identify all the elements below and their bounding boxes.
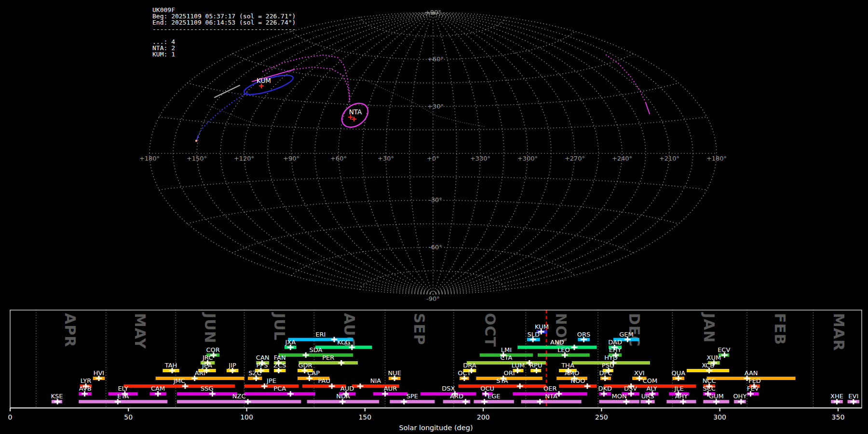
shower-label-AHY: AHY [675, 393, 688, 400]
x-tick-label: 100 [240, 413, 253, 421]
meridian-line [433, 13, 551, 294]
shower-bar-EGE [474, 400, 514, 403]
lat-label: +30° [427, 103, 444, 110]
meridian-line [220, 13, 433, 294]
nta-path-a-dotted [294, 67, 350, 102]
shower-label-DPC: DPC [599, 369, 612, 377]
lon-label: +240° [612, 155, 632, 162]
lon-label: +180° [139, 155, 160, 162]
shower-label-JPE: JPE [266, 377, 276, 384]
meridian-line [433, 13, 646, 294]
parallel-line [159, 117, 707, 130]
nta-path-b-dotted [263, 55, 350, 101]
meridian-line [433, 13, 598, 294]
shower-label-NZC: NZC [232, 393, 246, 400]
x-tick-label: 250 [595, 413, 608, 421]
shower-label-JRC: JRC [202, 354, 213, 361]
shower-label-EGE: EGE [488, 393, 501, 400]
ecliptic-a [207, 105, 257, 124]
shower-label-AUR: AUR [384, 385, 397, 392]
shower-label-XHE: XHE [830, 393, 843, 400]
shower-label-AVB: AVB [79, 385, 92, 392]
shower-bar-PAU [302, 384, 346, 388]
x-axis-title: Solar longitude (deg) [399, 424, 473, 432]
shower-peak-PER [338, 360, 344, 366]
shower-label-ARD: ARD [450, 393, 463, 400]
activity-timeline: APRMAYJUNJULAUGSEPOCTNOVDECJANFEBMARKUME… [0, 309, 868, 434]
radiant-label-NTA: NTA [349, 108, 362, 116]
shower-label-ERI: ERI [315, 331, 326, 338]
meridian-line [409, 13, 433, 294]
x-tick-label: 0 [8, 413, 13, 421]
shower-peak-NIA [357, 383, 364, 389]
shower-label-LEO: LEO [557, 346, 570, 353]
shower-label-KUM: KUM [535, 323, 549, 330]
shower-label-PPS: PPS [256, 362, 268, 369]
east-meteor [646, 103, 650, 114]
month-label-DEC: DEC [626, 313, 643, 347]
shower-label-AAN: AAN [745, 369, 758, 377]
shower-label-FAN: FAN [274, 354, 286, 361]
shower-label-XVI: XVI [634, 369, 645, 377]
lat-label: -30° [429, 196, 442, 203]
kum-meteor-tip [195, 140, 197, 142]
lon-label: +210° [659, 155, 679, 162]
lon-label: +90° [283, 155, 299, 162]
shower-label-NOO: NOO [570, 377, 585, 384]
shower-peak-ERI [331, 337, 338, 342]
grid-labels: +180°+150°+120°+90°+60°+30°+0°+330°+300°… [139, 9, 727, 302]
shower-peak-AND [571, 345, 577, 350]
shower-label-ORI: ORI [504, 369, 515, 377]
shower-label-GUM: GUM [709, 393, 724, 400]
shower-label-DAD: DAD [608, 339, 622, 346]
shower-bar-SSG [177, 392, 237, 395]
month-label-JUL: JUL [271, 312, 288, 341]
shower-bar-DSX [420, 392, 476, 395]
sky-grid [149, 13, 717, 294]
shower-label-DKD: DKD [598, 385, 612, 392]
shower-label-NDA: NDA [336, 393, 350, 400]
shower-bar-ARI [156, 377, 244, 380]
shower-label-EVI: EVI [848, 393, 858, 400]
shower-label-AUD: AUD [340, 385, 354, 392]
shower-label-RPU: RPU [529, 362, 542, 369]
shower-label-NIA: NIA [370, 377, 381, 384]
shower-label-DSV: DSV [624, 385, 637, 392]
shower-bar-NTA [521, 400, 582, 403]
shower-label-CAN: CAN [256, 354, 270, 361]
shower-label-CAP: CAP [307, 369, 320, 377]
lat-label: +60° [427, 55, 444, 63]
shower-label-CAM: CAM [151, 385, 165, 392]
month-label-MAY: MAY [132, 313, 149, 349]
shower-label-KCG: KCG [337, 339, 350, 346]
radiant-label-KUM: KUM [257, 77, 271, 84]
shower-label-FEV: FEV [747, 385, 759, 392]
x-tick-label: 300 [713, 413, 726, 421]
month-label-OCT: OCT [482, 313, 499, 347]
pole-label-south: -90° [426, 295, 440, 302]
x-tick-label: 200 [477, 413, 490, 421]
radiant-ellipse-KUM [243, 71, 295, 98]
shower-label-ELY: ELY [118, 385, 128, 392]
shower-label-LMI: LMI [501, 346, 512, 353]
meridian-line [197, 13, 433, 294]
shower-label-LYR: LYR [81, 377, 92, 384]
shower-label-XCB: XCB [702, 362, 714, 369]
lon-label: +60° [330, 155, 347, 162]
shower-label-SCC: SCC [703, 385, 715, 392]
lon-label: +30° [378, 155, 394, 162]
shower-label-PER: PER [322, 354, 334, 361]
shower-label-SZC: SZC [249, 369, 261, 377]
shower-peak-PCA [287, 391, 294, 396]
shower-label-OCT: OCT [458, 369, 471, 377]
shower-label-AND: AND [550, 339, 564, 346]
shower-label-KSE: KSE [51, 393, 63, 400]
shower-rows: KUMERISLDORSGEMJXAKCGANDDADCORSDALMILEOE… [51, 323, 859, 405]
shower-bar-SDA [279, 353, 353, 357]
shower-label-JLE: JLE [674, 385, 683, 392]
shower-peak-EGE [481, 399, 488, 404]
shower-peak-STA [517, 383, 523, 389]
shower-label-COM: COM [643, 377, 658, 384]
shower-label-ARI: ARI [195, 369, 205, 377]
sporadic-trail [215, 85, 240, 97]
